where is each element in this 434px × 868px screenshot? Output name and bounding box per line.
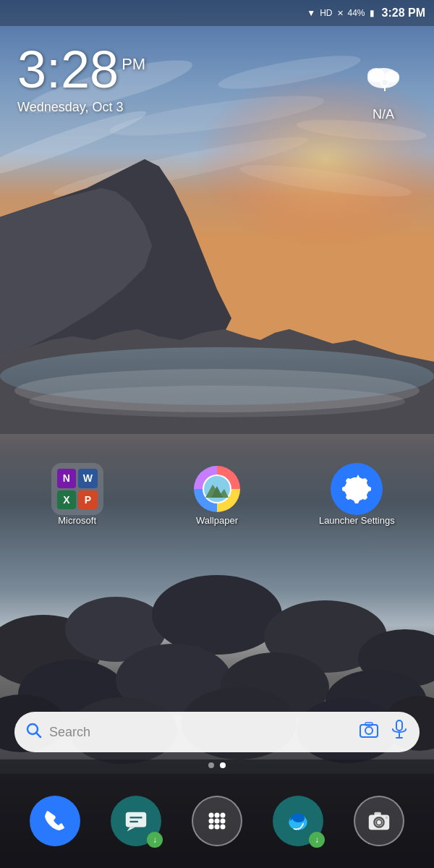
battery-percentage: 44% [348,8,365,18]
svg-point-60 [215,825,220,830]
svg-point-14 [29,386,405,417]
messages-dock-icon[interactable]: ↓ [111,796,161,846]
svg-point-59 [209,825,214,830]
svg-rect-46 [396,720,402,731]
search-bar[interactable]: Search [14,712,420,752]
wallpaper-app[interactable]: Wallpaper [177,463,257,527]
svg-point-32 [385,71,399,82]
excel-icon: X [57,490,77,510]
camera-search-icon[interactable] [359,721,379,743]
onenote-icon: N [57,469,77,488]
home-screen-apps: N W X P Microsoft Wallpaper [0,463,434,527]
svg-point-56 [209,819,214,824]
svg-point-55 [221,813,226,818]
battery-icon: ▮ [370,8,375,18]
search-placeholder: Search [49,725,352,740]
svg-point-44 [365,727,373,734]
svg-point-67 [386,816,388,819]
wallpaper-app-icon [191,463,243,515]
signal-x-icon: ✕ [337,9,344,18]
clock-ampm: PM [122,55,145,73]
search-input-area[interactable]: Search [26,723,352,742]
page-dot-1[interactable] [208,762,214,768]
microsoft-label: Microsoft [58,515,96,527]
status-bar: ▼ HD ✕ 44% ▮ 3:28 PM [0,0,434,26]
launcher-settings-app[interactable]: Launcher Settings [317,463,396,527]
clock-display: 3:28PM [17,43,145,95]
weather-icon [362,58,405,103]
powerpoint-icon: P [78,490,98,510]
svg-point-53 [209,813,214,818]
svg-point-58 [221,819,226,824]
page-dots [0,762,434,768]
weather-temperature: N/A [362,107,405,122]
app-drawer-dock-icon[interactable] [192,796,242,846]
edge-badge: ↓ [309,832,325,848]
voice-search-icon[interactable] [391,720,408,744]
wifi-icon: ▼ [307,8,315,18]
camera-dock-icon[interactable] [354,796,404,846]
svg-point-17 [152,575,282,655]
clock-widget: 3:28PM Wednesday, Oct 3 [17,43,145,115]
svg-point-54 [215,813,220,818]
status-time: 3:28 PM [382,7,425,20]
page-dot-2[interactable] [220,762,226,768]
weather-widget: N/A [362,58,405,122]
dock: ↓ ↓ [0,774,434,868]
clock-date: Wednesday, Oct 3 [17,100,145,115]
hd-signal-label: HD [320,8,332,18]
phone-dock-icon[interactable] [30,796,80,846]
wallpaper-label: Wallpaper [196,515,238,527]
clock-time-value: 3:28 [17,41,119,98]
edge-dock-icon[interactable]: ↓ [273,796,323,846]
microsoft-folder[interactable]: N W X P Microsoft [38,463,117,527]
svg-point-57 [215,819,220,824]
microsoft-folder-icon: N W X P [51,463,103,515]
svg-marker-50 [127,827,135,832]
word-icon: W [78,469,98,488]
search-icon [26,723,42,742]
launcher-settings-icon [331,463,383,515]
svg-rect-49 [126,812,146,827]
svg-line-42 [36,733,41,737]
launcher-settings-label: Launcher Settings [319,515,395,527]
messages-badge: ↓ [147,832,163,848]
svg-rect-66 [374,812,380,816]
svg-point-61 [221,825,226,830]
